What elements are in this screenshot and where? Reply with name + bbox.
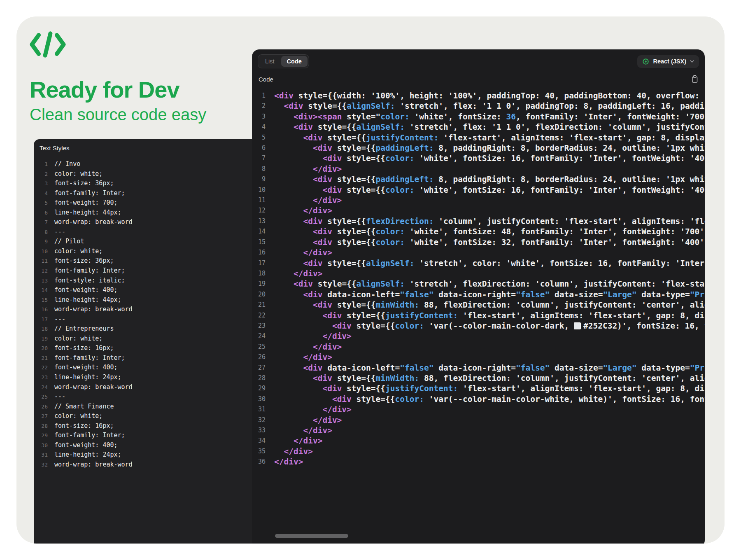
text-style-line: 23line-height: 24px; bbox=[34, 373, 281, 383]
line-text: </div> bbox=[269, 342, 342, 352]
line-text: font-weight: 400; bbox=[48, 285, 118, 295]
line-number: 8 bbox=[34, 227, 48, 237]
line-text: <div style={{justifyContent: 'flex-start… bbox=[269, 133, 705, 143]
line-number: 5 bbox=[252, 133, 269, 143]
text-style-line: 8--- bbox=[34, 227, 281, 237]
text-style-line: 16word-wrap: break-word bbox=[34, 305, 281, 315]
line-text: <div style={{paddingLeft: 8, paddingRigh… bbox=[269, 143, 705, 153]
line-number: 16 bbox=[252, 247, 269, 258]
line-number: 15 bbox=[252, 237, 269, 247]
line-number: 7 bbox=[252, 153, 269, 163]
line-text: font-family: Inter; bbox=[48, 431, 125, 441]
tab-code[interactable]: Code bbox=[281, 56, 308, 67]
text-style-line: 21font-family: Inter; bbox=[34, 353, 281, 363]
code-line: 34 </div> bbox=[252, 436, 705, 446]
line-number: 27 bbox=[252, 363, 269, 373]
line-text: // Pilot bbox=[48, 237, 84, 247]
code-line: 18 </div> bbox=[252, 268, 705, 279]
line-text: <div style={{minWidth: 88, flexDirection… bbox=[269, 373, 705, 383]
line-number: 4 bbox=[252, 122, 269, 132]
text-style-line: 6line-height: 44px; bbox=[34, 208, 281, 218]
horizontal-scrollbar[interactable] bbox=[275, 534, 348, 538]
line-number: 4 bbox=[34, 189, 48, 198]
code-line: 36</div> bbox=[252, 457, 705, 467]
code-line: 16 </div> bbox=[252, 247, 705, 258]
line-number: 11 bbox=[34, 256, 48, 266]
line-text: // Entrepreneurs bbox=[48, 324, 114, 334]
text-style-line: 5font-weight: 700; bbox=[34, 198, 281, 208]
line-number: 32 bbox=[252, 415, 269, 425]
page-title: Ready for Dev bbox=[30, 78, 206, 102]
line-number: 12 bbox=[34, 266, 48, 276]
code-line: 20 <div data-icon-left="false" data-icon… bbox=[252, 289, 705, 300]
code-line: 1<div style={{width: '100%', height: '10… bbox=[252, 91, 705, 101]
line-text: </div> bbox=[269, 457, 303, 467]
code-line: 25 </div> bbox=[252, 342, 705, 352]
line-text: <div style={{alignSelf: 'stretch', flex:… bbox=[269, 122, 705, 132]
chevron-down-icon bbox=[690, 60, 694, 63]
page-subtitle: Clean source code easy bbox=[30, 105, 206, 124]
code-panel: List Code React (JSX) Code 1<div styl bbox=[252, 49, 705, 544]
code-editor[interactable]: 1<div style={{width: '100%', height: '10… bbox=[252, 87, 705, 467]
text-style-line: 19color: white; bbox=[34, 334, 281, 344]
text-styles-code: 1// Invo2color: white;3font-size: 36px;4… bbox=[34, 156, 281, 470]
tab-list[interactable]: List bbox=[259, 56, 280, 67]
code-line: 35 </div> bbox=[252, 446, 705, 457]
line-text: line-height: 44px; bbox=[48, 208, 121, 218]
code-line: 8 </div> bbox=[252, 164, 705, 174]
code-line: 7 <div style={{color: 'white', fontSize:… bbox=[252, 153, 705, 163]
line-text: <div style={{justifyContent: 'flex-start… bbox=[269, 310, 705, 321]
framework-label: React (JSX) bbox=[653, 58, 686, 65]
line-number: 21 bbox=[252, 300, 269, 310]
copy-icon[interactable] bbox=[691, 75, 698, 83]
line-number: 13 bbox=[34, 276, 48, 286]
line-text: // Smart Finance bbox=[48, 402, 114, 412]
line-text: color: white; bbox=[48, 334, 103, 344]
text-style-line: 7word-wrap: break-word bbox=[34, 217, 281, 227]
code-section-label: Code bbox=[259, 76, 273, 83]
line-number: 1 bbox=[252, 91, 269, 101]
line-number: 16 bbox=[34, 305, 48, 315]
text-style-line: 18// Entrepreneurs bbox=[34, 324, 281, 334]
line-text: <div style={{color: 'white', fontSize: 4… bbox=[269, 226, 704, 237]
line-text: --- bbox=[48, 392, 65, 402]
line-text: color: white; bbox=[48, 169, 103, 179]
line-text: <div style={{minWidth: 88, flexDirection… bbox=[269, 300, 705, 310]
code-line: 12 </div> bbox=[252, 205, 705, 216]
line-number: 23 bbox=[34, 373, 48, 383]
line-text: </div> bbox=[269, 415, 342, 425]
line-text: word-wrap: break-word bbox=[48, 460, 133, 470]
line-number: 23 bbox=[252, 321, 269, 331]
line-text: // Invo bbox=[48, 159, 80, 169]
text-style-line: 30font-weight: 400; bbox=[34, 441, 281, 450]
code-line: 13 <div style={{flexDirection: 'column',… bbox=[252, 216, 705, 226]
framework-selector[interactable]: React (JSX) bbox=[637, 55, 699, 68]
line-text: <div style={{alignSelf: 'stretch', flex:… bbox=[269, 101, 705, 111]
code-line: 14 <div style={{color: 'white', fontSize… bbox=[252, 226, 705, 237]
line-number: 30 bbox=[252, 394, 269, 404]
line-number: 9 bbox=[34, 237, 48, 247]
line-text: </div> bbox=[269, 436, 322, 446]
line-number: 19 bbox=[252, 279, 269, 289]
code-line: 28 <div style={{minWidth: 88, flexDirect… bbox=[252, 373, 705, 383]
line-text: font-family: Inter; bbox=[48, 189, 125, 198]
text-style-line: 20font-size: 16px; bbox=[34, 343, 281, 353]
line-text: <div style={{color: 'var(--color-main-co… bbox=[269, 321, 705, 331]
line-number: 3 bbox=[34, 179, 48, 189]
text-style-line: 32word-wrap: break-word bbox=[34, 460, 281, 470]
line-number: 20 bbox=[252, 289, 269, 300]
line-number: 6 bbox=[252, 143, 269, 153]
brand-block: Ready for Dev Clean source code easy bbox=[30, 31, 206, 124]
code-line: 30 <div style={{color: 'var(--color-main… bbox=[252, 394, 705, 404]
code-line: 27 <div data-icon-left="false" data-icon… bbox=[252, 363, 705, 373]
text-style-line: 14font-weight: 400; bbox=[34, 285, 281, 295]
line-number: 14 bbox=[252, 226, 269, 237]
code-line: 33 </div> bbox=[252, 425, 705, 436]
line-number: 7 bbox=[34, 217, 48, 227]
text-style-line: 3font-size: 36px; bbox=[34, 179, 281, 189]
line-number: 1 bbox=[34, 159, 48, 169]
line-number: 17 bbox=[252, 258, 269, 268]
line-number: 5 bbox=[34, 198, 48, 208]
line-text: </div> bbox=[269, 446, 313, 457]
text-style-line: 9// Pilot bbox=[34, 237, 281, 247]
